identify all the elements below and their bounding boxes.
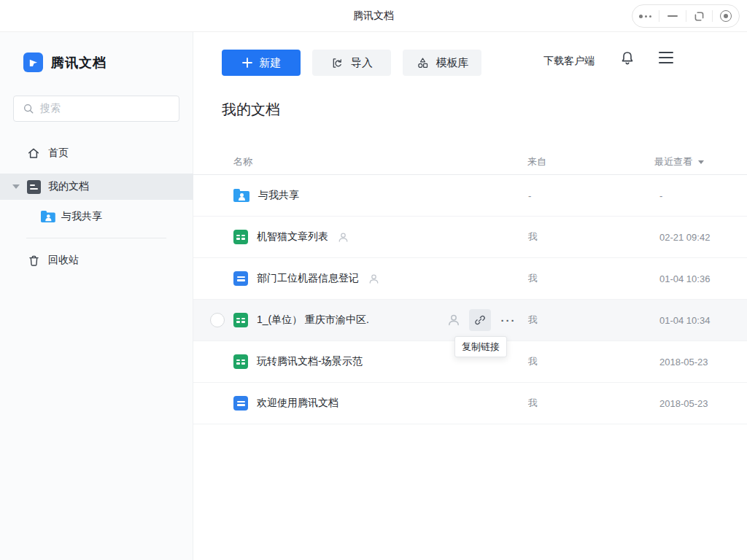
collaborator-button[interactable]	[446, 313, 461, 327]
download-client-link[interactable]: 下载客户端	[543, 55, 595, 68]
new-button[interactable]: 新建	[222, 50, 301, 76]
row-recent: 02-21 09:42	[659, 217, 710, 257]
document-list: 与我共享 - - 机智猫文章列表 我 02-21 09:42 部门工位机器信息登…	[193, 175, 747, 424]
table-row[interactable]: 欢迎使用腾讯文档 我 2018-05-23	[193, 383, 747, 424]
close-button[interactable]	[713, 5, 739, 27]
new-button-label: 新建	[260, 56, 282, 70]
window-controls	[632, 4, 740, 28]
more-actions-button[interactable]: ···	[498, 310, 519, 330]
sidebar-item-label: 与我共享	[61, 210, 102, 223]
menu-icon	[659, 52, 673, 53]
sidebar-item-home[interactable]: 首页	[0, 140, 193, 166]
row-name[interactable]: 部门工位机器信息登记	[257, 272, 359, 285]
trash-icon	[26, 253, 41, 268]
more-options-icon	[639, 15, 651, 18]
chevron-down-icon[interactable]	[12, 184, 20, 189]
minimize-button[interactable]	[659, 5, 686, 27]
search-placeholder: 搜索	[40, 102, 61, 115]
column-header-from: 来自	[527, 149, 546, 175]
search-icon	[23, 103, 34, 114]
sidebar: 腾讯文档 搜索 首页 我的文档 与我共享	[0, 32, 193, 560]
row-name[interactable]: 与我共享	[258, 189, 299, 202]
row-recent: 01-04 10:36	[659, 258, 710, 299]
row-from: 我	[528, 300, 538, 341]
titlebar: 腾讯文档	[0, 0, 747, 32]
more-options-button[interactable]	[632, 5, 659, 27]
sidebar-item-label: 首页	[48, 147, 69, 160]
sheet-file-icon	[233, 230, 248, 244]
row-name[interactable]: 欢迎使用腾讯文档	[257, 397, 338, 410]
maximize-restore-icon	[693, 10, 705, 23]
copy-link-tooltip: 复制链接	[454, 336, 507, 357]
table-row[interactable]: 机智猫文章列表 我 02-21 09:42	[193, 217, 747, 258]
row-from: 我	[528, 341, 538, 382]
row-checkbox[interactable]	[210, 313, 225, 327]
search-input[interactable]: 搜索	[13, 96, 179, 122]
bell-icon	[619, 50, 636, 67]
row-recent: -	[659, 175, 662, 216]
main-content: 新建 导入 模板库 下载客户端 我的文档 名称 来自 最近查看	[193, 32, 747, 560]
minimize-icon	[667, 15, 678, 17]
sidebar-item-trash[interactable]: 回收站	[0, 247, 193, 273]
table-row-hovered[interactable]: 1_(单位） 重庆市渝中区. ··· 我 01-04 10:34	[193, 300, 747, 341]
sheet-file-icon	[233, 354, 248, 369]
column-header-name: 名称	[233, 149, 252, 175]
doc-file-icon	[233, 271, 248, 286]
row-from: 我	[528, 217, 538, 257]
sidebar-item-label: 我的文档	[48, 180, 89, 193]
doc-file-icon	[233, 396, 248, 411]
plus-icon	[241, 57, 253, 69]
close-circle-dot-icon	[720, 10, 732, 22]
page-title: 我的文档	[222, 100, 280, 120]
sidebar-item-shared-with-me[interactable]: 与我共享	[0, 203, 193, 230]
copy-link-button[interactable]	[469, 309, 491, 331]
templates-button[interactable]: 模板库	[403, 50, 481, 76]
shared-indicator-icon	[337, 231, 349, 244]
row-from: -	[528, 175, 531, 216]
shared-indicator-icon	[368, 273, 380, 285]
row-name[interactable]: 玩转腾讯文档-场景示范	[257, 355, 363, 368]
sheet-file-icon	[233, 313, 248, 327]
import-button[interactable]: 导入	[312, 50, 391, 76]
shared-folder-icon	[40, 209, 55, 224]
import-icon	[330, 56, 344, 70]
menu-button[interactable]	[659, 52, 673, 65]
column-header-recent-sort[interactable]: 最近查看	[654, 149, 704, 175]
notifications-button[interactable]	[619, 50, 636, 67]
templates-button-label: 模板库	[436, 56, 469, 70]
templates-icon	[416, 56, 430, 70]
sort-caret-icon	[698, 160, 704, 164]
home-icon	[26, 146, 41, 160]
brand-name: 腾讯文档	[51, 54, 107, 71]
tencent-docs-logo-icon	[23, 52, 43, 72]
row-recent: 2018-05-23	[659, 383, 708, 424]
row-from: 我	[528, 383, 538, 424]
collaborator-icon	[446, 313, 461, 327]
row-from: 我	[528, 258, 538, 299]
table-row[interactable]: 部门工位机器信息登记 我 01-04 10:36	[193, 258, 747, 300]
brand: 腾讯文档	[23, 52, 107, 72]
copy-link-icon	[473, 314, 487, 327]
import-button-label: 导入	[351, 56, 373, 70]
sidebar-item-label: 回收站	[48, 254, 79, 267]
shared-folder-icon	[233, 189, 249, 202]
sidebar-divider	[26, 238, 166, 238]
sidebar-item-my-docs[interactable]: 我的文档	[0, 174, 193, 200]
table-header: 名称 来自 最近查看	[193, 149, 747, 175]
maximize-restore-button[interactable]	[686, 5, 713, 27]
table-row[interactable]: 与我共享 - -	[193, 175, 747, 217]
row-recent: 2018-05-23	[659, 341, 708, 382]
my-docs-icon	[26, 179, 41, 194]
row-recent: 01-04 10:34	[659, 300, 710, 341]
row-name[interactable]: 机智猫文章列表	[257, 230, 328, 244]
row-name[interactable]: 1_(单位） 重庆市渝中区.	[257, 314, 369, 327]
